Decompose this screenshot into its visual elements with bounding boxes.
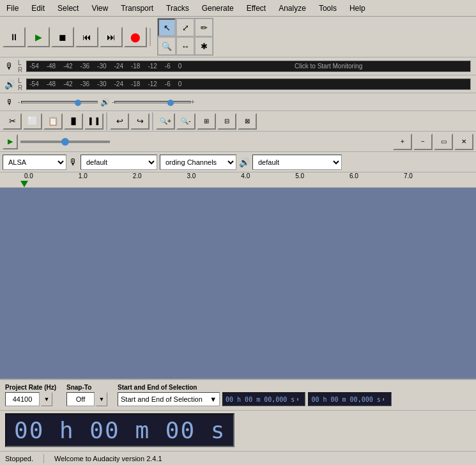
play-tick-2: -42 (63, 80, 72, 88)
menu-help[interactable]: Help (343, 3, 372, 14)
tick-6: 6.0 (349, 172, 358, 179)
play-meter-icon[interactable]: 🔊 (3, 77, 17, 91)
selection-dropdown[interactable]: Start and End of Selection ▼ (118, 392, 220, 406)
rec-tick-2: -42 (63, 63, 72, 70)
gain-slider[interactable] (21, 101, 98, 103)
play-meter-bar: -54 -48 -42 -36 -30 -24 -18 -12 -6 0 (26, 79, 471, 90)
vol-icon[interactable]: 🔊 (98, 95, 112, 109)
trim-button[interactable]: ▐▌ (64, 113, 83, 130)
menu-tracks[interactable]: Tracks (160, 3, 196, 14)
playback-play-button[interactable]: ▶ (3, 134, 18, 149)
play-tick-7: -12 (148, 80, 157, 88)
time-end-arrows: ⬍ (382, 397, 388, 402)
selection-label: Start and End of Selection (118, 384, 392, 391)
zoom-sel-button[interactable]: ⊞ (197, 113, 216, 130)
edit-toolbar: ✂ ⬜ 📋 ▐▌ ▌▐ ↩ ↪ 🔍+ 🔍- ⊞ ⊟ ⊠ (0, 111, 476, 132)
status-bar: Stopped. Welcome to Audacity version 2.4… (0, 451, 476, 465)
time-start-arrows: ⬍ (296, 397, 302, 402)
rec-meter-icon[interactable]: 🎙 (3, 59, 17, 73)
menu-effect[interactable]: Effect (240, 3, 272, 14)
host-select[interactable]: ALSA (3, 155, 66, 170)
rec-tick-9: 0 (178, 63, 182, 70)
tick-0: 0.0 (24, 172, 33, 179)
gain-icon[interactable]: 🎙 (3, 95, 17, 109)
menu-view[interactable]: View (85, 3, 114, 14)
zoom-fit-button[interactable]: ⊟ (217, 113, 236, 130)
snap-dropdown[interactable]: ▼ (96, 392, 107, 406)
main-canvas[interactable] (0, 188, 476, 379)
tool-zoom[interactable]: 🔍 (158, 37, 176, 55)
paste-button[interactable]: 📋 (43, 113, 63, 130)
speed-thumb[interactable] (61, 138, 69, 146)
vol-slider[interactable] (114, 101, 191, 103)
play-button[interactable]: ▶ (27, 27, 50, 47)
forward-button[interactable]: ⏭ (100, 27, 123, 47)
tool-draw[interactable]: ✏ (195, 19, 213, 36)
stop-button[interactable]: ◼ (51, 27, 74, 47)
zoom-out-button[interactable]: 🔍- (176, 113, 196, 130)
vol-right-label: + (191, 98, 195, 105)
menu-generate[interactable]: Generate (196, 3, 240, 14)
tick-4: 4.0 (241, 172, 250, 179)
rate-section: Project Rate (Hz) ▼ (5, 384, 56, 406)
channels-select[interactable]: ording Channels (160, 155, 236, 170)
rewind-button[interactable]: ⏮ (75, 27, 98, 47)
undo-button[interactable]: ↩ (110, 113, 129, 130)
silence-button[interactable]: ▌▐ (84, 113, 104, 130)
play-tick-9: 0 (178, 80, 182, 88)
selection-controls: Start and End of Selection ▼ 00 h 00 m 0… (118, 392, 392, 406)
rate-label: Project Rate (Hz) (5, 384, 56, 391)
record-button[interactable]: ⬤ (124, 27, 147, 47)
menu-edit[interactable]: Edit (25, 3, 51, 14)
menu-file[interactable]: File (0, 3, 25, 14)
status-separator (43, 454, 44, 463)
zoom-toggle-btn2[interactable]: ✕ (454, 133, 473, 150)
zoom-out-btn2[interactable]: − (413, 133, 433, 150)
zoom-in-btn2[interactable]: + (393, 133, 412, 150)
rec-device-select[interactable]: default (81, 155, 157, 170)
pause-button[interactable]: ⏸ (3, 27, 26, 47)
menu-analyze[interactable]: Analyze (272, 3, 312, 14)
tool-envelope[interactable]: ⤢ (176, 19, 194, 36)
tools-grid: ↖ ⤢ ✏ 🔍 ↔ ✱ (157, 18, 213, 56)
timeline-ruler: 0.0 1.0 2.0 3.0 4.0 5.0 6.0 7.0 (0, 172, 476, 188)
time-end-field[interactable]: 00 h 00 m 00,000 s ⬍ (308, 392, 391, 406)
zoom-fit-btn2[interactable]: ▭ (434, 133, 453, 150)
tick-3: 3.0 (187, 172, 196, 179)
play-tick-8: -6 (165, 80, 171, 88)
play-tick-4: -30 (97, 80, 106, 88)
rate-dropdown[interactable]: ▼ (41, 392, 52, 406)
selection-dropdown-arrow: ▼ (210, 395, 217, 403)
zoom-in-button[interactable]: 🔍+ (156, 113, 175, 130)
play-lr-label: LR (18, 77, 22, 91)
rate-input[interactable] (5, 392, 40, 406)
time-end-value: 00 h 00 m 00,000 s (311, 396, 380, 403)
speed-slider[interactable] (20, 141, 110, 143)
play-device-select[interactable]: default (252, 155, 342, 170)
zoom-toggle-button[interactable]: ⊠ (238, 113, 257, 130)
rec-tick-1: -48 (47, 63, 56, 70)
playback-speed-row: ▶ + − ▭ ✕ (0, 132, 476, 152)
bottom-section: Project Rate (Hz) ▼ Snap-To ▼ Start and … (0, 379, 476, 451)
tick-7: 7.0 (404, 172, 413, 179)
timer-row: 00 h 00 m 00 s (0, 411, 476, 451)
snap-section: Snap-To ▼ (66, 384, 107, 406)
time-start-field[interactable]: 00 h 00 m 00,000 s ⬍ (222, 392, 305, 406)
tool-timeshift[interactable]: ↔ (176, 37, 194, 55)
vol-thumb[interactable] (167, 100, 174, 106)
cut-button[interactable]: ✂ (3, 113, 22, 130)
snap-input[interactable] (66, 392, 95, 406)
redo-button[interactable]: ↪ (130, 113, 150, 130)
menu-tools[interactable]: Tools (312, 3, 343, 14)
rec-meter-row: 🎙 LR -54 -48 -42 -36 -30 -24 -18 -12 -6 … (0, 57, 476, 75)
big-timer: 00 h 00 m 00 s (5, 413, 234, 447)
menu-select[interactable]: Select (51, 3, 85, 14)
tool-select[interactable]: ↖ (158, 19, 176, 36)
gain-left-label: - (18, 98, 20, 105)
rec-tick-6: -18 (131, 63, 140, 70)
rec-tick-7: -12 (148, 63, 157, 70)
menu-transport[interactable]: Transport (114, 3, 160, 14)
gain-thumb[interactable] (75, 100, 81, 106)
copy-button[interactable]: ⬜ (23, 113, 42, 130)
tool-multi[interactable]: ✱ (195, 37, 213, 55)
